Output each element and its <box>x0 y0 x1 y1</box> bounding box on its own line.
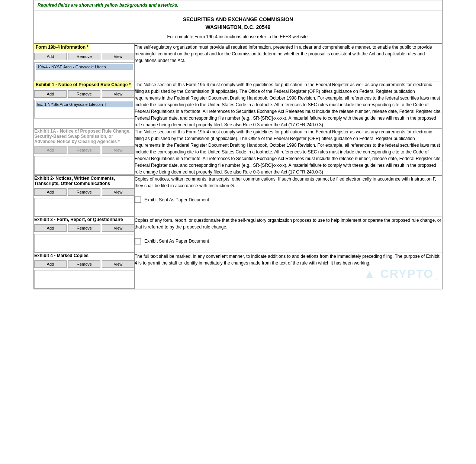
btn-add-exhibit4[interactable]: Add <box>34 260 67 268</box>
list-box-exhibit4 <box>34 270 134 289</box>
btn-view-exhibit1a[interactable]: View <box>102 146 134 154</box>
btn-view-form19b4[interactable]: View <box>102 53 134 60</box>
section-desc-exhibit1: The Notice section of this Form 19b-4 mu… <box>135 81 442 128</box>
btn-view-exhibit2[interactable]: View <box>102 188 134 196</box>
header-subtitle: For complete Form 19b-4 instructions ple… <box>38 34 438 39</box>
btn-remove-exhibit3[interactable]: Remove <box>68 224 100 232</box>
checkbox-exhibit2[interactable] <box>135 197 141 203</box>
svg-text:▲ CRYPTO_HD: ▲ CRYPTO_HD <box>364 267 438 280</box>
list-item[interactable]: Ex. 1 NYSE Arca Grayscale Litecoin T <box>36 101 133 107</box>
section-left-exhibit4: Exhibit 4 - Marked CopiesAddRemoveView <box>34 253 135 289</box>
btn-remove-exhibit2[interactable]: Remove <box>68 188 100 196</box>
btn-row-exhibit1a: AddRemoveView <box>34 146 134 154</box>
section-left-exhibit1: Exhibit 1 - Notice of Proposed Rule Chan… <box>34 81 135 129</box>
section-left-exhibit3: Exhibit 3 - Form, Report, or Questionnai… <box>34 217 135 253</box>
section-right-form19b4: The self-regulatory organization must pr… <box>135 44 442 81</box>
btn-view-exhibit4[interactable]: View <box>102 260 134 268</box>
checkbox-label-exhibit3: Exhibit Sent As Paper Document <box>144 239 209 244</box>
section-label-form19b4: Form 19b-4 Information * <box>34 44 90 51</box>
section-label-exhibit2: Exhibit 2- Notices, Written Comments, Tr… <box>34 176 134 186</box>
btn-view-exhibit1[interactable]: View <box>102 90 134 98</box>
section-right-exhibit1: The Notice section of this Form 19b-4 mu… <box>135 81 442 129</box>
section-label-exhibit1a: Exhibit 1A - Notice of Proposed Rule Cha… <box>34 129 134 144</box>
section-left-exhibit2: Exhibit 2- Notices, Written Comments, Tr… <box>34 176 135 217</box>
btn-add-exhibit1a[interactable]: Add <box>34 146 67 154</box>
list-box-exhibit2 <box>34 198 134 217</box>
btn-remove-exhibit1a[interactable]: Remove <box>68 146 100 154</box>
checkbox-label-exhibit2: Exhibit Sent As Paper Document <box>144 197 209 202</box>
section-label-exhibit1: Exhibit 1 - Notice of Proposed Rule Chan… <box>34 81 132 88</box>
main-table: Form 19b-4 Information *AddRemoveView19b… <box>34 43 442 289</box>
list-item[interactable]: 19b-4 - NYSE Arca - Grayscale Liteco <box>36 64 133 70</box>
btn-remove-exhibit4[interactable]: Remove <box>68 260 100 268</box>
section-desc-exhibit4: The full text shall be marked, in any co… <box>135 253 442 266</box>
header-section: SECURITIES AND EXCHANGE COMMISSION WASHI… <box>34 10 442 43</box>
section-desc-form19b4: The self-regulatory organization must pr… <box>135 44 442 64</box>
list-box-exhibit3 <box>34 234 134 253</box>
section-desc-exhibit2: Copies of notices, written comments, tra… <box>135 176 442 189</box>
btn-add-exhibit3[interactable]: Add <box>34 224 67 232</box>
btn-remove-form19b4[interactable]: Remove <box>68 53 100 60</box>
btn-row-exhibit4: AddRemoveView <box>34 260 134 268</box>
list-box-exhibit1: Ex. 1 NYSE Arca Grayscale Litecoin T <box>34 100 134 119</box>
header-title: SECURITIES AND EXCHANGE COMMISSION WASHI… <box>38 16 438 31</box>
btn-row-exhibit1: AddRemoveView <box>34 90 134 98</box>
required-notice: Required fields are shown with yellow ba… <box>34 0 442 10</box>
section-right-exhibit2: Copies of notices, written comments, tra… <box>135 176 442 217</box>
btn-remove-exhibit1[interactable]: Remove <box>68 90 100 98</box>
list-box-exhibit1a <box>34 156 134 175</box>
section-desc-exhibit1a: The Notice section of this Form 19b-4 mu… <box>135 129 442 175</box>
list-box-form19b4: 19b-4 - NYSE Arca - Grayscale Liteco <box>34 62 134 81</box>
section-right-exhibit3: Copies of any form, report, or questionn… <box>135 217 442 253</box>
section-label-exhibit3: Exhibit 3 - Form, Report, or Questionnai… <box>34 217 134 222</box>
section-right-exhibit1a: The Notice section of this Form 19b-4 mu… <box>135 129 442 176</box>
section-left-form19b4: Form 19b-4 Information *AddRemoveView19b… <box>34 44 135 81</box>
btn-add-exhibit1[interactable]: Add <box>34 90 67 98</box>
section-right-exhibit4: The full text shall be marked, in any co… <box>135 253 442 289</box>
btn-view-exhibit3[interactable]: View <box>102 224 134 232</box>
btn-add-exhibit2[interactable]: Add <box>34 188 67 196</box>
section-label-exhibit4: Exhibit 4 - Marked Copies <box>34 253 134 258</box>
btn-add-form19b4[interactable]: Add <box>34 53 67 60</box>
btn-row-exhibit3: AddRemoveView <box>34 224 134 232</box>
btn-row-exhibit2: AddRemoveView <box>34 188 134 196</box>
btn-row-form19b4: AddRemoveView <box>34 53 134 60</box>
checkbox-row-exhibit3: Exhibit Sent As Paper Document <box>135 238 442 244</box>
checkbox-exhibit3[interactable] <box>135 238 141 244</box>
watermark: ▲ CRYPTO_HD <box>364 264 438 285</box>
checkbox-row-exhibit2: Exhibit Sent As Paper Document <box>135 197 442 203</box>
section-desc-exhibit3: Copies of any form, report, or questionn… <box>135 217 442 230</box>
section-left-exhibit1a: Exhibit 1A - Notice of Proposed Rule Cha… <box>34 129 135 176</box>
